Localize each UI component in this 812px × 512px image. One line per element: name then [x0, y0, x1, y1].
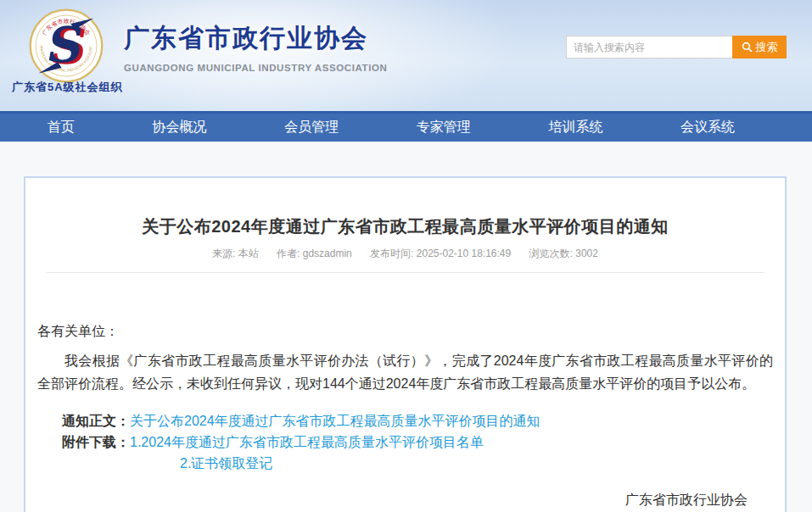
attachment-row-2: 2.证书领取登记 [62, 453, 773, 474]
article-card: 关于公布2024年度通过广东省市政工程最高质量水平评价项目的通知 来源: 本站 … [24, 176, 787, 512]
attachment-link-1[interactable]: 1.2024年度通过广东省市政工程最高质量水平评价项目名单 [130, 435, 484, 449]
meta-source: 来源: 本站 [212, 248, 259, 259]
brand-text-block: 广东省市政行业协会 GUANGDONG MUNICIPAL INDUSTRY A… [124, 21, 387, 73]
nav-item-training[interactable]: 培训系统 [548, 119, 602, 136]
links-block: 通知正文：关于公布2024年度通过广东省市政工程最高质量水平评价项目的通知 附件… [37, 410, 773, 474]
search-input[interactable] [566, 36, 732, 58]
nav-item-meetings[interactable]: 会议系统 [680, 119, 735, 136]
meta-publish: 发布时间: 2025-02-10 18:16:49 [370, 248, 511, 259]
page-title: 关于公布2024年度通过广东省市政工程最高质量水平评价项目的通知 [25, 215, 785, 238]
org-logo-emblem: 广东省市政行业协会 GUANGDONG MUNICIPAL INDUSTRY A… [28, 8, 104, 84]
attachment-link-2[interactable]: 2.证书领取登记 [180, 456, 272, 470]
search-button-label: 搜索 [756, 40, 778, 55]
salutation: 各有关单位： [37, 320, 773, 342]
attachment-row-1: 附件下载：1.2024年度通过广东省市政工程最高质量水平评价项目名单 [62, 431, 773, 453]
notice-label: 通知正文： [62, 414, 130, 428]
signature-block: 广东省市政行业协会 2025年2月8日 [625, 489, 748, 512]
meta-views: 浏览次数: 3002 [529, 248, 598, 259]
search-icon [742, 42, 753, 53]
main-area: 关于公布2024年度通过广东省市政工程最高质量水平评价项目的通知 来源: 本站 … [0, 142, 812, 512]
nav-item-experts[interactable]: 专家管理 [417, 119, 471, 136]
org-logo[interactable]: 广东省市政行业协会 GUANGDONG MUNICIPAL INDUSTRY A… [28, 8, 104, 84]
org-name-english: GUANGDONG MUNICIPAL INDUSTRY ASSOCIATION [124, 63, 387, 73]
nav-item-overview[interactable]: 协会概况 [152, 119, 206, 136]
body-paragraph: 我会根据《广东省市政工程最高质量水平评价办法（试行）》，完成了2024年度广东省… [37, 349, 773, 395]
nav-item-home[interactable]: 首页 [48, 119, 75, 136]
org-name: 广东省市政行业协会 [124, 21, 387, 56]
article-meta: 来源: 本站 作者: gdszadmin 发布时间: 2025-02-10 18… [25, 247, 785, 261]
search-bar: 搜索 [566, 36, 787, 58]
notice-link[interactable]: 关于公布2024年度通过广东省市政工程最高质量水平评价项目的通知 [130, 414, 540, 428]
badge-5a-label: 广东省5A级社会组织 [12, 80, 123, 95]
meta-author: 作者: gdszadmin [277, 248, 352, 259]
nav-item-members[interactable]: 会员管理 [284, 119, 339, 136]
attachment-label: 附件下载： [62, 435, 130, 449]
search-button[interactable]: 搜索 [732, 36, 787, 58]
site-header: 广东省市政行业协会 GUANGDONG MUNICIPAL INDUSTRY A… [0, 0, 812, 111]
signature-org: 广东省市政行业协会 [625, 489, 748, 510]
meta-divider [46, 272, 764, 273]
main-nav: 首页 协会概况 会员管理 专家管理 培训系统 会议系统 [0, 111, 812, 142]
article-body: 各有关单位： 我会根据《广东省市政工程最高质量水平评价办法（试行）》，完成了20… [25, 320, 785, 474]
notice-row: 通知正文：关于公布2024年度通过广东省市政工程最高质量水平评价项目的通知 [62, 410, 773, 431]
